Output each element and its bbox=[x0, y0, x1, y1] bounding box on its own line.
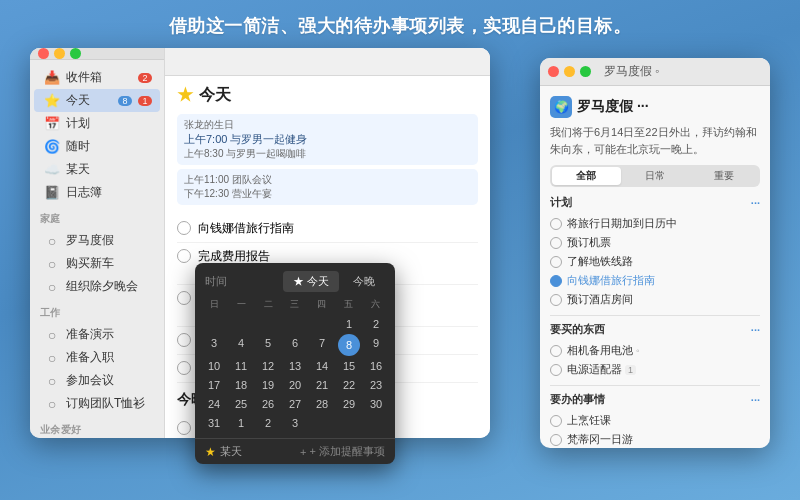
cal-cell[interactable]: 18 bbox=[228, 376, 254, 394]
cal-cell-today[interactable]: 8 bbox=[338, 334, 360, 356]
cal-tabs: ★ 今天 今晚 bbox=[283, 271, 385, 292]
cal-cell[interactable]: 3 bbox=[201, 334, 227, 356]
buy-check-2[interactable] bbox=[550, 364, 562, 376]
task-checkbox-5[interactable] bbox=[177, 361, 191, 375]
add-reminder-btn[interactable]: + + 添加提醒事项 bbox=[300, 444, 385, 459]
cal-cell[interactable]: 24 bbox=[201, 395, 227, 413]
buy-task-2[interactable]: 电源适配器 1 bbox=[550, 360, 760, 379]
sidebar-item-tshirt[interactable]: ○ 订购团队T恤衫 bbox=[34, 392, 160, 415]
sidebar-item-newyear[interactable]: ○ 组织除夕晚会 bbox=[34, 275, 160, 298]
buy-more[interactable]: ··· bbox=[751, 324, 760, 336]
cal-cell[interactable]: 13 bbox=[282, 357, 308, 375]
cal-cell[interactable]: 1 bbox=[228, 414, 254, 432]
buy-check-1[interactable] bbox=[550, 345, 562, 357]
right-tl-green[interactable] bbox=[580, 66, 591, 77]
someday-footer[interactable]: ★ 某天 bbox=[205, 444, 295, 459]
buy-task-1[interactable]: 相机备用电池 ◦ bbox=[550, 341, 760, 360]
traffic-light-yellow[interactable] bbox=[54, 48, 65, 59]
cal-cell[interactable] bbox=[282, 315, 308, 333]
sidebar-item-car[interactable]: ○ 购买新车 bbox=[34, 252, 160, 275]
cal-cell[interactable]: 20 bbox=[282, 376, 308, 394]
plan-check-5[interactable] bbox=[550, 294, 562, 306]
sidebar-section-work: 工作 ○ 准备演示 ○ 准备入职 ○ 参加会议 ○ 订购团队T恤衫 bbox=[30, 300, 164, 417]
cal-cell[interactable]: 29 bbox=[336, 395, 362, 413]
cal-cell[interactable]: 19 bbox=[255, 376, 281, 394]
cal-cell[interactable]: 2 bbox=[363, 315, 389, 333]
cal-cell[interactable]: 28 bbox=[309, 395, 335, 413]
todo-check-2[interactable] bbox=[550, 434, 562, 446]
plan-check-4[interactable] bbox=[550, 275, 562, 287]
todo-task-2[interactable]: 梵蒂冈一日游 bbox=[550, 430, 760, 448]
plan-task-5[interactable]: 预订酒店房间 bbox=[550, 290, 760, 309]
sidebar-item-inbox[interactable]: 📥 收件箱 2 bbox=[34, 66, 160, 89]
cal-cell[interactable]: 14 bbox=[309, 357, 335, 375]
segment-important[interactable]: 重要 bbox=[689, 167, 758, 185]
cal-cell[interactable]: 27 bbox=[282, 395, 308, 413]
cal-cell[interactable]: 4 bbox=[228, 334, 254, 356]
cal-cell[interactable] bbox=[363, 414, 389, 432]
tonight-checkbox-1[interactable] bbox=[177, 421, 191, 435]
cal-cell[interactable]: 31 bbox=[201, 414, 227, 432]
sidebar-item-today[interactable]: ⭐ 今天 8 1 bbox=[34, 89, 160, 112]
segment-all[interactable]: 全部 bbox=[552, 167, 621, 185]
sidebar-item-present[interactable]: ○ 准备演示 bbox=[34, 323, 160, 346]
sidebar-item-random[interactable]: 🌀 随时 bbox=[34, 135, 160, 158]
sidebar-item-logbook[interactable]: 📓 日志簿 bbox=[34, 181, 160, 204]
cal-cell[interactable]: 7 bbox=[309, 334, 335, 356]
cal-cell[interactable] bbox=[228, 315, 254, 333]
cal-cell[interactable]: 25 bbox=[228, 395, 254, 413]
cal-cell[interactable] bbox=[255, 315, 281, 333]
cal-cell[interactable]: 17 bbox=[201, 376, 227, 394]
task-checkbox-1[interactable] bbox=[177, 221, 191, 235]
task-checkbox-4[interactable] bbox=[177, 333, 191, 347]
cal-cell[interactable] bbox=[336, 414, 362, 432]
task-row-1[interactable]: 向钱娜借旅行指南 bbox=[177, 215, 478, 243]
cal-cell[interactable]: 22 bbox=[336, 376, 362, 394]
traffic-light-green[interactable] bbox=[70, 48, 81, 59]
cal-cell[interactable]: 9 bbox=[363, 334, 389, 356]
cal-cell[interactable]: 2 bbox=[255, 414, 281, 432]
cal-cell[interactable] bbox=[201, 315, 227, 333]
cal-cell[interactable]: 10 bbox=[201, 357, 227, 375]
sidebar-item-meeting[interactable]: ○ 参加会议 bbox=[34, 369, 160, 392]
right-tl-red[interactable] bbox=[548, 66, 559, 77]
cal-cell[interactable]: 5 bbox=[255, 334, 281, 356]
traffic-light-red[interactable] bbox=[38, 48, 49, 59]
segment-daily[interactable]: 日常 bbox=[621, 167, 690, 185]
todo-task-1[interactable]: 上烹饪课 bbox=[550, 411, 760, 430]
cal-cell[interactable] bbox=[309, 315, 335, 333]
cal-cell[interactable]: 26 bbox=[255, 395, 281, 413]
sidebar-item-someday[interactable]: ☁️ 某天 bbox=[34, 158, 160, 181]
todo-check-1[interactable] bbox=[550, 415, 562, 427]
cal-cell[interactable]: 21 bbox=[309, 376, 335, 394]
plan-task-4[interactable]: 向钱娜借旅行指南 bbox=[550, 271, 760, 290]
cal-cell[interactable] bbox=[309, 414, 335, 432]
cal-cell[interactable]: 3 bbox=[282, 414, 308, 432]
cal-tab-tonight[interactable]: 今晚 bbox=[343, 271, 385, 292]
cal-cell[interactable]: 16 bbox=[363, 357, 389, 375]
plan-check-2[interactable] bbox=[550, 237, 562, 249]
sidebar-item-onboard[interactable]: ○ 准备入职 bbox=[34, 346, 160, 369]
plan-task-3[interactable]: 了解地铁线路 bbox=[550, 252, 760, 271]
sidebar-item-roma[interactable]: ○ 罗马度假 bbox=[34, 229, 160, 252]
cal-cell[interactable]: 15 bbox=[336, 357, 362, 375]
cal-cell[interactable]: 11 bbox=[228, 357, 254, 375]
cal-cell[interactable]: 30 bbox=[363, 395, 389, 413]
plan-check-1[interactable] bbox=[550, 218, 562, 230]
cal-tab-today[interactable]: ★ 今天 bbox=[283, 271, 339, 292]
cal-cell[interactable]: 1 bbox=[336, 315, 362, 333]
today-badge2: 1 bbox=[138, 96, 152, 106]
cal-cell[interactable]: 6 bbox=[282, 334, 308, 356]
todo-more[interactable]: ··· bbox=[751, 394, 760, 406]
plan-more[interactable]: ··· bbox=[751, 197, 760, 209]
plan-check-3[interactable] bbox=[550, 256, 562, 268]
task-checkbox-3[interactable] bbox=[177, 291, 191, 305]
plan-task-2[interactable]: 预订机票 bbox=[550, 233, 760, 252]
right-tl-yellow[interactable] bbox=[564, 66, 575, 77]
plan-task-1[interactable]: 将旅行日期加到日历中 bbox=[550, 214, 760, 233]
task-checkbox-2[interactable] bbox=[177, 249, 191, 263]
sidebar-item-plan[interactable]: 📅 计划 bbox=[34, 112, 160, 135]
cal-cell[interactable]: 12 bbox=[255, 357, 281, 375]
cal-cell[interactable]: 23 bbox=[363, 376, 389, 394]
today-badge: 8 bbox=[118, 96, 132, 106]
